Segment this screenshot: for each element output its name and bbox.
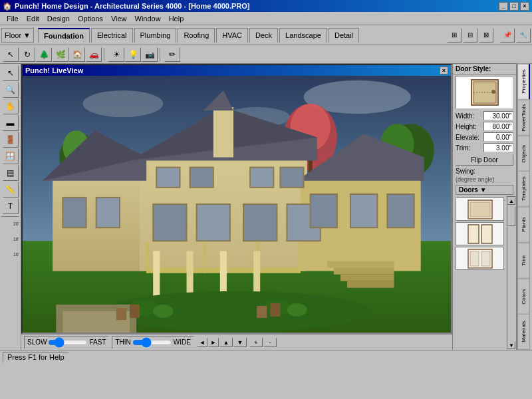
vtab-properties[interactable]: Properties (517, 64, 530, 100)
wall-tool[interactable]: ▬ (3, 115, 19, 131)
menu-view[interactable]: View (107, 13, 131, 24)
sun-tool[interactable]: ☀ (108, 47, 124, 62)
door-thumb-3[interactable] (456, 247, 504, 270)
tab-landscape[interactable]: Landscape (279, 28, 327, 43)
stair-tool[interactable]: ▤ (3, 165, 19, 181)
garage-tool[interactable]: 🚗 (86, 47, 102, 62)
lamp-tool[interactable]: 💡 (125, 47, 141, 62)
door-thumb-2[interactable] (456, 222, 504, 245)
liveview-close-button[interactable]: × (440, 66, 448, 74)
trim-input[interactable] (483, 143, 513, 152)
menu-design[interactable]: Design (43, 13, 74, 24)
close-button[interactable]: × (520, 2, 529, 11)
width-input[interactable] (483, 111, 513, 120)
floor-dropdown-label: Floor ▼ (5, 31, 31, 39)
camera-tool[interactable]: 📷 (142, 47, 158, 62)
zoom-tool[interactable]: 🔍 (3, 82, 19, 98)
elevate-input[interactable] (483, 132, 513, 142)
maximize-button[interactable]: □ (509, 2, 519, 11)
zoom-out-button[interactable]: - (263, 338, 277, 347)
vtab-colors[interactable]: Colors (517, 279, 530, 315)
title-label: Punch! Home Design - Architectural Serie… (15, 2, 250, 10)
flip-door-button[interactable]: Flip Door (456, 154, 513, 166)
svg-rect-50 (340, 275, 394, 281)
height-label: Height: (456, 123, 477, 130)
trim-row: Trim: (453, 142, 516, 153)
tab-hvac[interactable]: HVAC (216, 28, 248, 43)
vtab-templates[interactable]: Templates (517, 171, 530, 207)
toolbar-row: Floor ▼ Foundation Electrical Plumbing R… (0, 25, 532, 45)
swing-hint-row: (degree angle) (453, 176, 516, 184)
liveview-titlebar: Punch! LiveView × (23, 65, 451, 76)
speed-slider[interactable] (48, 337, 88, 348)
pin-icon[interactable]: 📌 (500, 28, 515, 43)
tab-foundation[interactable]: Foundation (38, 28, 90, 43)
zoom-in-button[interactable]: + (249, 338, 263, 347)
door-thumb-1[interactable] (456, 198, 504, 221)
thickness-slider[interactable] (132, 337, 172, 348)
elevate-label: Elevate: (456, 134, 479, 141)
pan-tool[interactable]: ✋ (3, 98, 19, 114)
status-bar: Press F1 for Help (0, 350, 532, 363)
vtab-plants[interactable]: Plants (517, 207, 530, 243)
speed-control: SLOW FAST (24, 336, 109, 349)
vtab-powertools[interactable]: PowerTools (517, 100, 530, 136)
scrollbar-v[interactable]: ▲ ▼ (507, 196, 516, 350)
svg-rect-24 (213, 107, 233, 157)
vtab-objects[interactable]: Objects (517, 136, 530, 172)
vtab-trim[interactable]: Trim (517, 243, 530, 279)
menu-edit[interactable]: Edit (23, 13, 43, 24)
measure-tool[interactable]: 📏 (3, 182, 19, 198)
title-controls[interactable]: _ □ × (499, 2, 529, 11)
svg-point-1 (83, 90, 164, 117)
svg-rect-43 (299, 241, 301, 273)
height-input[interactable] (483, 122, 513, 131)
menu-help[interactable]: Help (165, 13, 188, 24)
door-preview-svg (468, 78, 501, 106)
swing-label: Swing: (456, 168, 475, 175)
doors-dropdown[interactable]: Doors ▼ (456, 185, 513, 195)
nav-buttons: ◄ ► ▲ ▼ (197, 338, 247, 347)
text-tool[interactable]: T (3, 198, 19, 214)
nav-left-button[interactable]: ◄ (197, 338, 207, 347)
tab-roofing[interactable]: Roofing (178, 28, 215, 43)
nav-up-button[interactable]: ▲ (219, 338, 233, 347)
menu-file[interactable]: File (3, 13, 23, 24)
arrow-tool[interactable]: ↖ (3, 65, 19, 81)
tool-icon[interactable]: 🔧 (516, 28, 531, 43)
menu-options[interactable]: Options (74, 13, 107, 24)
width-row: Width: (453, 110, 516, 121)
bush-tool[interactable]: 🌿 (53, 47, 68, 62)
pencil-tool[interactable]: ✏ (164, 47, 180, 62)
tab-plumbing[interactable]: Plumbing (134, 28, 177, 43)
tree-tool[interactable]: 🌲 (36, 47, 52, 62)
pointer-tool[interactable]: ↖ (3, 47, 19, 62)
nav-right-button[interactable]: ► (208, 338, 219, 347)
svg-point-58 (287, 303, 307, 317)
house-tool[interactable]: 🏠 (69, 47, 85, 62)
grid-icon[interactable]: ⊞ (447, 28, 462, 43)
nav-down-button[interactable]: ▼ (233, 338, 247, 347)
help-status: Press F1 for Help (3, 352, 69, 362)
tab-detail[interactable]: Detail (329, 28, 359, 43)
rotate-tool[interactable]: ↻ (19, 47, 35, 62)
minimize-button[interactable]: _ (499, 2, 508, 11)
tab-electrical[interactable]: Electrical (91, 28, 133, 43)
floor-dropdown[interactable]: Floor ▼ (1, 28, 34, 43)
scroll-up-arrow[interactable]: ▲ (507, 197, 515, 205)
scroll-thumb[interactable] (507, 206, 515, 226)
svg-rect-41 (203, 241, 205, 273)
tab-plumbing-label: Plumbing (140, 31, 171, 39)
fullscreen-icon[interactable]: ⊠ (479, 28, 493, 43)
ruler-16: 16' (1, 252, 19, 257)
scroll-down-arrow[interactable]: ▼ (507, 341, 515, 349)
window-tool[interactable]: 🪟 (3, 148, 19, 164)
ruler-20: 20' (1, 221, 19, 226)
menu-window[interactable]: Window (131, 13, 165, 24)
tab-hvac-label: HVAC (222, 31, 242, 39)
door-tool[interactable]: 🚪 (3, 132, 19, 148)
svg-rect-30 (153, 204, 186, 241)
tab-deck[interactable]: Deck (249, 28, 278, 43)
view-icon[interactable]: ⊟ (463, 28, 477, 43)
vtab-materials[interactable]: Materials (517, 314, 530, 350)
